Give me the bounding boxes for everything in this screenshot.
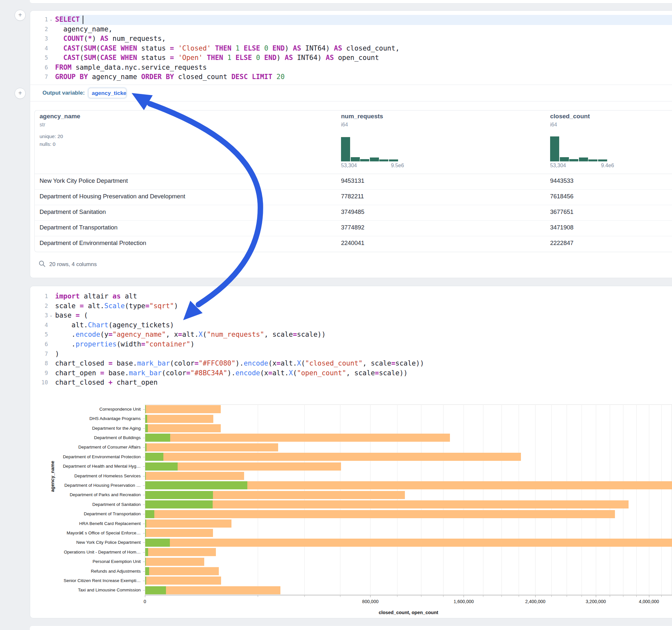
y-tick-label: Department of Homeless Services xyxy=(32,474,141,478)
table-row[interactable]: New York City Police Department945313194… xyxy=(34,174,672,189)
code-token: = xyxy=(80,302,84,310)
text-caret xyxy=(83,16,83,24)
code-token: ( xyxy=(96,44,100,52)
code-token: 0 xyxy=(256,54,260,62)
code-token xyxy=(232,44,236,52)
code-token: alt xyxy=(121,292,137,300)
sql-editor[interactable]: 1⌄SELECT 2 agency_name,3 COUNT(*) AS num… xyxy=(30,10,672,84)
y-tick-label: Taxi and Limousine Commission xyxy=(32,587,141,592)
code-token: agency_name, xyxy=(55,25,113,33)
histogram-bar xyxy=(351,157,360,162)
code-token: = xyxy=(194,359,199,367)
histogram-bar xyxy=(598,160,607,162)
y-axis-tick xyxy=(143,409,145,410)
y-tick-label: Department of Parks and Recreation xyxy=(32,492,141,497)
y-axis-tick xyxy=(143,562,145,562)
code-token: ELSE xyxy=(244,44,260,52)
code-token: encode xyxy=(75,331,100,338)
chevron-down-icon[interactable]: ⌄ xyxy=(49,313,53,318)
bar-open-count xyxy=(145,405,146,413)
code-token: "open_count" xyxy=(297,369,346,377)
code-token: = xyxy=(293,331,297,338)
table-row[interactable]: Department of Housing Preservation and D… xyxy=(34,189,672,205)
x-tick-label: 1,600,000 xyxy=(441,599,486,604)
code-token: chart_open xyxy=(55,369,100,377)
column-header-num-requests[interactable]: num_requests xyxy=(341,113,383,120)
code-token: alt. xyxy=(281,359,297,367)
bar-open-count xyxy=(145,462,178,470)
gridline xyxy=(623,405,623,595)
code-token: = xyxy=(170,44,174,52)
code-token: ( xyxy=(202,331,207,338)
code-token: CASE xyxy=(100,44,117,52)
y-tick-label: Personal Exemption Unit xyxy=(32,559,141,564)
table-cell: 3677651 xyxy=(550,209,573,216)
code-token: alt. xyxy=(84,302,104,310)
y-tick-label: Department of Environmental Protection xyxy=(32,454,141,459)
python-editor[interactable]: 1import altair as alt2scale = alt.Scale(… xyxy=(30,286,672,390)
code-token: WHEN xyxy=(121,44,137,52)
y-axis-tick xyxy=(143,485,145,486)
bar-open-count xyxy=(145,548,148,556)
code-token: THEN xyxy=(207,54,223,62)
code-token: status xyxy=(137,44,170,52)
y-axis-tick xyxy=(143,552,145,553)
output-variable-pill[interactable]: agency_tickets xyxy=(88,88,126,98)
line-number: 7 xyxy=(30,350,48,357)
code-token: 1 xyxy=(235,44,240,52)
table-search[interactable] xyxy=(38,260,47,268)
y-axis-tick xyxy=(143,590,145,590)
code-token: "num_requests" xyxy=(207,331,264,338)
bar-closed-count xyxy=(145,443,278,452)
bar-open-count xyxy=(145,415,147,423)
column-header-closed-count[interactable]: closed_count xyxy=(550,113,590,120)
code-token xyxy=(232,54,236,62)
add-cell-button-middle[interactable]: + xyxy=(15,88,26,99)
bar-open-count xyxy=(145,472,146,480)
x-axis-major-tick xyxy=(596,595,596,597)
code-token: CAST xyxy=(63,44,80,52)
table-cell: 3471908 xyxy=(550,224,573,231)
x-axis-major-tick xyxy=(535,595,535,597)
code-token: = xyxy=(178,331,182,338)
table-row[interactable]: Department of Sanitation37494853677651 xyxy=(34,205,672,220)
gridline xyxy=(581,405,582,595)
y-axis-tick xyxy=(143,542,145,543)
code-token: ( xyxy=(96,54,100,62)
code-token: X xyxy=(297,359,301,367)
y-tick-label: HRA Benefit Card Replacement xyxy=(32,521,141,526)
y-axis-tick xyxy=(143,571,145,572)
code-token: 'Open' xyxy=(178,54,202,62)
table-row[interactable]: Department of Transportation377489234719… xyxy=(34,220,672,236)
histogram-bar xyxy=(560,157,569,162)
histogram-bar xyxy=(379,160,388,162)
bar-open-count xyxy=(145,434,170,442)
result-table: agency_name str unique: 20 nulls: 0 num_… xyxy=(34,110,672,251)
y-tick-label: Refunds and Adjustments xyxy=(32,569,141,574)
code-token: import xyxy=(55,292,80,300)
bar-closed-count xyxy=(145,472,244,480)
code-token: num_requests, xyxy=(108,35,166,43)
chevron-down-icon[interactable]: ⌄ xyxy=(49,17,53,22)
column-header-agency-name[interactable]: agency_name xyxy=(40,113,80,120)
code-token: THEN xyxy=(215,44,232,52)
code-token: AS xyxy=(100,35,108,43)
table-cell: Department of Housing Preservation and D… xyxy=(40,193,185,200)
code-token xyxy=(174,54,178,62)
code-token: AS xyxy=(293,44,301,52)
code-token: alt. xyxy=(182,331,199,338)
plot-frame xyxy=(145,405,672,595)
line-number: 4 xyxy=(30,322,48,328)
histogram-bar xyxy=(589,160,597,162)
hist-max-label: 9.5e6 xyxy=(391,163,404,169)
bar-closed-count xyxy=(145,548,216,556)
code-line: scale = alt.Scale(type="sqrt") xyxy=(55,302,178,310)
code-token: ) xyxy=(92,35,100,43)
table-row[interactable]: Department of Environmental Protection22… xyxy=(34,236,672,251)
line-number: 8 xyxy=(30,360,48,366)
code-token: = xyxy=(75,311,80,319)
y-tick-label: New York City Police Department xyxy=(32,540,141,545)
gridline xyxy=(258,405,258,595)
add-cell-button-top[interactable]: + xyxy=(15,10,26,21)
y-axis-tick xyxy=(143,438,145,438)
